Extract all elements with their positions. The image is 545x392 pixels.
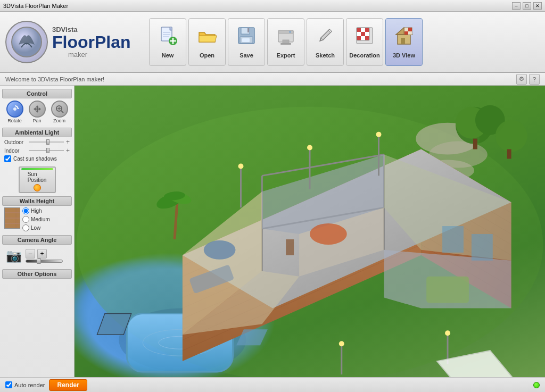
angle-minus-button[interactable]: –: [26, 249, 35, 258]
decoration-icon: [354, 25, 375, 50]
walls-content: High Medium Low: [4, 207, 70, 231]
info-bar: Welcome to 3DVista FloorPlan maker! ⚙ ?: [0, 73, 545, 86]
new-label: New: [162, 52, 174, 59]
indoor-slider[interactable]: [29, 150, 64, 151]
high-radio[interactable]: [22, 207, 29, 214]
export-button[interactable]: Export: [267, 18, 304, 66]
save-button[interactable]: Save: [228, 18, 265, 66]
close-button[interactable]: ✕: [533, 2, 542, 10]
control-title: Control: [2, 89, 72, 98]
camera-icon: 📷: [4, 246, 23, 265]
svg-point-116: [445, 330, 450, 336]
svg-rect-36: [408, 28, 412, 31]
svg-rect-25: [357, 32, 361, 36]
svg-rect-96: [472, 234, 493, 261]
svg-point-101: [496, 120, 527, 152]
sun-indicator: [34, 184, 41, 191]
angle-plus-button[interactable]: +: [37, 249, 47, 258]
sketch-button[interactable]: Sketch: [307, 18, 344, 66]
zoom-icon: [51, 101, 68, 118]
svg-rect-30: [365, 36, 369, 40]
angle-slider-row: [26, 260, 63, 263]
maximize-button[interactable]: □: [523, 2, 531, 10]
save-label: Save: [240, 52, 253, 59]
auto-render-label: Auto render: [14, 382, 45, 388]
cast-shadows-label: Cast sun shadows: [13, 156, 57, 162]
new-button[interactable]: New: [149, 18, 186, 66]
svg-rect-37: [404, 28, 408, 31]
title-bar-controls: – □ ✕: [512, 2, 542, 10]
rotate-icon: [6, 101, 23, 118]
angle-slider[interactable]: [26, 260, 63, 263]
svg-point-108: [238, 163, 243, 169]
svg-rect-14: [242, 38, 250, 42]
svg-point-93: [310, 223, 347, 245]
high-label: High: [31, 208, 42, 214]
new-icon: [157, 25, 178, 50]
3dview-icon: [393, 25, 415, 50]
decoration-button[interactable]: Decoration: [346, 18, 383, 66]
medium-label: Medium: [31, 216, 50, 222]
pan-icon: [29, 101, 46, 118]
svg-rect-39: [404, 31, 408, 35]
indoor-plus[interactable]: +: [66, 147, 70, 154]
svg-rect-26: [361, 32, 365, 36]
indoor-slider-row: Indoor +: [4, 147, 70, 154]
save-icon: [236, 25, 257, 50]
svg-point-40: [13, 107, 16, 111]
zoom-button[interactable]: Zoom: [49, 101, 70, 123]
svg-rect-24: [365, 28, 369, 32]
open-icon: [196, 25, 218, 50]
walls-height-section: Walls Height High Medium Low: [2, 196, 72, 233]
camera-content: 📷 – +: [4, 246, 70, 265]
cast-shadows-checkbox[interactable]: [4, 155, 11, 162]
sun-dial[interactable]: Sun Position: [19, 166, 56, 193]
sun-position-section: Sun Position: [2, 166, 72, 193]
svg-rect-100: [473, 139, 477, 149]
help-icon-button[interactable]: ?: [529, 74, 540, 85]
title-bar: 3DVista FloorPlan Maker – □ ✕: [0, 0, 545, 12]
medium-radio-row: Medium: [22, 216, 50, 223]
pan-label: Pan: [32, 118, 41, 123]
main-content: Control Rotate: [0, 86, 545, 377]
svg-point-112: [376, 132, 382, 137]
3d-view-area[interactable]: [75, 86, 545, 377]
svg-rect-27: [365, 32, 369, 36]
control-buttons: Rotate Pan: [2, 101, 72, 123]
outdoor-label: Outdoor: [4, 139, 27, 145]
header: 3DVista FloorPlan maker: [0, 12, 545, 73]
auto-render-checkbox[interactable]: [5, 381, 12, 388]
logo-sub: maker: [68, 51, 131, 59]
outdoor-plus[interactable]: +: [66, 138, 70, 146]
info-message: Welcome to 3DVista FloorPlan maker!: [5, 76, 511, 82]
svg-rect-95: [442, 226, 464, 253]
outdoor-slider-row: Outdoor +: [4, 138, 70, 146]
svg-rect-22: [357, 28, 361, 32]
cast-shadows-row: Cast sun shadows: [4, 155, 70, 162]
svg-line-42: [61, 111, 63, 113]
medium-radio[interactable]: [22, 216, 29, 223]
outdoor-slider[interactable]: [29, 141, 64, 143]
settings-icon-button[interactable]: ⚙: [516, 74, 527, 85]
camera-title: Camera Angle: [2, 235, 72, 245]
render-button[interactable]: Render: [49, 379, 87, 391]
3dview-button[interactable]: 3D View: [385, 18, 423, 66]
walls-radio-group: High Medium Low: [22, 207, 50, 231]
svg-rect-38: [408, 31, 412, 35]
other-options-section: Other Options: [2, 269, 72, 279]
app-logo-icon: [5, 21, 48, 63]
low-radio[interactable]: [22, 224, 29, 231]
export-label: Export: [277, 52, 295, 59]
svg-rect-102: [507, 149, 511, 159]
pan-button[interactable]: Pan: [27, 101, 47, 123]
open-button[interactable]: Open: [188, 18, 226, 66]
title-bar-text: 3DVista FloorPlan Maker: [3, 3, 68, 9]
svg-rect-92: [426, 277, 469, 303]
ambient-title: Ambiental Light: [2, 128, 72, 137]
decoration-label: Decoration: [349, 52, 379, 59]
minimize-button[interactable]: –: [512, 2, 521, 10]
logo-text: 3DVista FloorPlan maker: [52, 26, 131, 59]
rotate-button[interactable]: Rotate: [5, 101, 25, 123]
indoor-label: Indoor: [4, 148, 27, 154]
walls-title: Walls Height: [2, 196, 72, 206]
